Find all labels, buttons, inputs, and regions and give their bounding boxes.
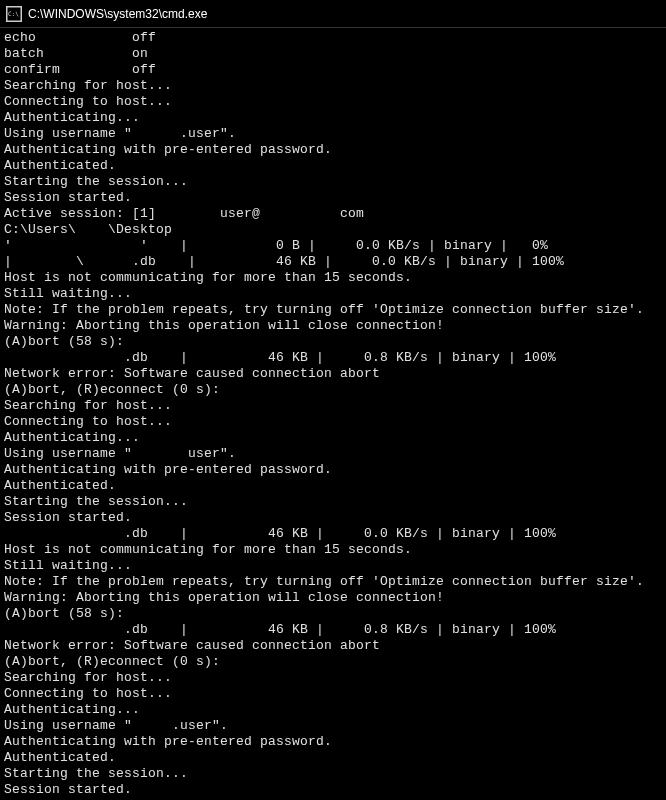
- terminal-line: Still waiting...: [4, 286, 662, 302]
- terminal-line: Still waiting...: [4, 558, 662, 574]
- terminal-line: Using username " .user".: [4, 718, 662, 734]
- terminal-line: ' ' | 0 B | 0.0 KB/s | binary | 0%: [4, 238, 662, 254]
- terminal-output[interactable]: echo offbatch onconfirm offSearching for…: [0, 28, 666, 800]
- terminal-line: (A)bort, (R)econnect (0 s):: [4, 382, 662, 398]
- terminal-line: Using username " user".: [4, 446, 662, 462]
- window-title: C:\WINDOWS\system32\cmd.exe: [28, 7, 207, 21]
- terminal-line: Searching for host...: [4, 398, 662, 414]
- terminal-line: batch on: [4, 46, 662, 62]
- terminal-line: Starting the session...: [4, 766, 662, 782]
- terminal-line: (A)bort, (R)econnect (0 s):: [4, 654, 662, 670]
- terminal-line: Connecting to host...: [4, 94, 662, 110]
- terminal-line: Authenticated.: [4, 158, 662, 174]
- terminal-line: Authenticating with pre-entered password…: [4, 462, 662, 478]
- terminal-line: Authenticating with pre-entered password…: [4, 142, 662, 158]
- terminal-line: Searching for host...: [4, 78, 662, 94]
- terminal-line: Host is not communicating for more than …: [4, 270, 662, 286]
- terminal-line: | \ .db | 46 KB | 0.0 KB/s | binary | 10…: [4, 254, 662, 270]
- terminal-line: Authenticated.: [4, 750, 662, 766]
- terminal-line: Authenticating...: [4, 110, 662, 126]
- terminal-line: echo off: [4, 30, 662, 46]
- terminal-line: Network error: Software caused connectio…: [4, 366, 662, 382]
- terminal-line: Authenticated.: [4, 478, 662, 494]
- terminal-line: Session started.: [4, 190, 662, 206]
- terminal-line: Warning: Aborting this operation will cl…: [4, 318, 662, 334]
- terminal-line: Authenticating with pre-entered password…: [4, 734, 662, 750]
- terminal-line: .db | 46 KB | 0.8 KB/s | binary | 100%: [4, 350, 662, 366]
- svg-text:C:\: C:\: [8, 10, 19, 17]
- terminal-line: Starting the session...: [4, 174, 662, 190]
- terminal-line: (A)bort (58 s):: [4, 334, 662, 350]
- terminal-line: Connecting to host...: [4, 414, 662, 430]
- terminal-line: Active session: [1] user@ com: [4, 206, 662, 222]
- terminal-line: .db | 46 KB | 0.0 KB/s | binary | 100%: [4, 526, 662, 542]
- terminal-line: Session started.: [4, 782, 662, 798]
- terminal-line: Note: If the problem repeats, try turnin…: [4, 574, 662, 590]
- terminal-line: Connecting to host...: [4, 686, 662, 702]
- terminal-line: Warning: Aborting this operation will cl…: [4, 590, 662, 606]
- terminal-line: Starting the session...: [4, 494, 662, 510]
- terminal-line: Network error: Software caused connectio…: [4, 638, 662, 654]
- cmd-icon: C:\: [6, 6, 22, 22]
- terminal-line: Session started.: [4, 510, 662, 526]
- terminal-line: Using username " .user".: [4, 126, 662, 142]
- terminal-line: .db | 46 KB | 0.8 KB/s | binary | 100%: [4, 622, 662, 638]
- terminal-line: Host is not communicating for more than …: [4, 542, 662, 558]
- terminal-line: Note: If the problem repeats, try turnin…: [4, 302, 662, 318]
- terminal-line: Authenticating...: [4, 702, 662, 718]
- terminal-line: confirm off: [4, 62, 662, 78]
- window-titlebar: C:\ C:\WINDOWS\system32\cmd.exe: [0, 0, 666, 28]
- terminal-line: (A)bort (58 s):: [4, 606, 662, 622]
- terminal-line: Searching for host...: [4, 670, 662, 686]
- terminal-line: C:\Users\ \Desktop: [4, 222, 662, 238]
- terminal-line: Authenticating...: [4, 430, 662, 446]
